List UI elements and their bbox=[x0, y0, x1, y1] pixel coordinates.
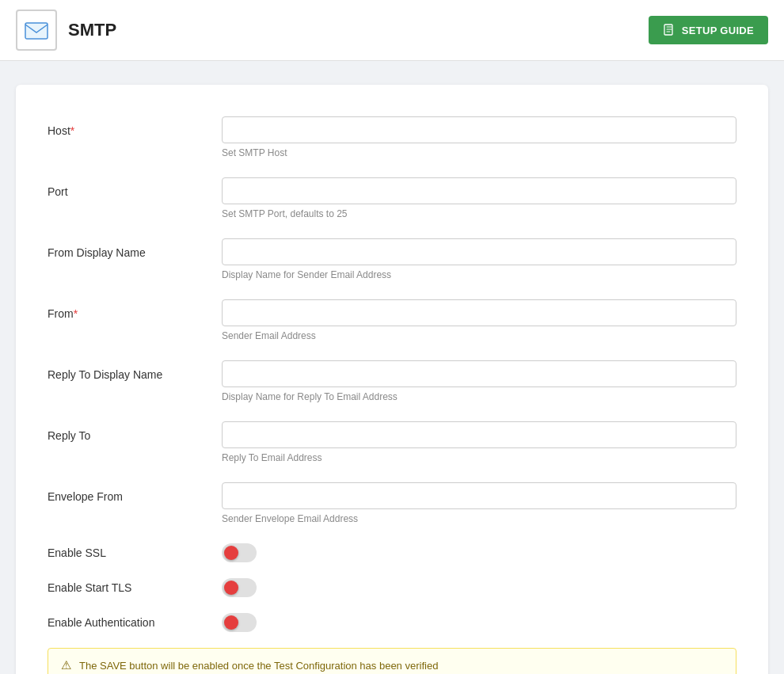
toggle-label-enable_authentication: Enable Authentication bbox=[48, 616, 222, 629]
label-from_display_name: From Display Name bbox=[48, 238, 222, 259]
label-port: Port bbox=[48, 177, 222, 198]
required-indicator-from: * bbox=[74, 307, 78, 320]
setup-guide-button[interactable]: SETUP GUIDE bbox=[649, 16, 768, 44]
input-from_display_name[interactable] bbox=[222, 238, 736, 265]
form-fields: Host*Set SMTP HostPortSet SMTP Port, def… bbox=[48, 116, 736, 524]
form-row-envelope_from: Envelope FromSender Envelope Email Addre… bbox=[48, 482, 736, 524]
label-reply_to: Reply To bbox=[48, 421, 222, 442]
input-reply_to_display_name[interactable] bbox=[222, 360, 736, 387]
hint-host: Set SMTP Host bbox=[222, 147, 736, 158]
warning-icon: ⚠ bbox=[61, 658, 71, 672]
field-wrap-reply_to_display_name: Display Name for Reply To Email Address bbox=[222, 360, 736, 402]
input-host[interactable] bbox=[222, 116, 736, 143]
input-envelope_from[interactable] bbox=[222, 482, 736, 509]
toggle-label-enable_ssl: Enable SSL bbox=[48, 546, 222, 559]
form-row-port: PortSet SMTP Port, defaults to 25 bbox=[48, 177, 736, 219]
field-wrap-from: Sender Email Address bbox=[222, 299, 736, 341]
label-host: Host* bbox=[48, 116, 222, 137]
page-title: SMTP bbox=[68, 20, 116, 40]
book-icon bbox=[663, 24, 676, 36]
input-port[interactable] bbox=[222, 177, 736, 204]
warning-message: The SAVE button will be enabled once the… bbox=[79, 660, 438, 672]
hint-reply_to: Reply To Email Address bbox=[222, 452, 736, 463]
label-envelope_from: Envelope From bbox=[48, 482, 222, 503]
toggle-thumb-enable_authentication bbox=[224, 615, 238, 630]
svg-rect-0 bbox=[25, 23, 48, 39]
smtp-logo bbox=[16, 10, 57, 51]
hint-from_display_name: Display Name for Sender Email Address bbox=[222, 269, 736, 280]
hint-reply_to_display_name: Display Name for Reply To Email Address bbox=[222, 391, 736, 402]
form-row-from: From*Sender Email Address bbox=[48, 299, 736, 341]
hint-envelope_from: Sender Envelope Email Address bbox=[222, 513, 736, 524]
field-wrap-port: Set SMTP Port, defaults to 25 bbox=[222, 177, 736, 219]
hint-from: Sender Email Address bbox=[222, 330, 736, 341]
input-reply_to[interactable] bbox=[222, 421, 736, 448]
smtp-form-card: Host*Set SMTP HostPortSet SMTP Port, def… bbox=[16, 85, 768, 674]
form-row-from_display_name: From Display NameDisplay Name for Sender… bbox=[48, 238, 736, 280]
toggle-thumb-enable_start_tls bbox=[224, 581, 238, 595]
toggle-switch-enable_start_tls[interactable] bbox=[222, 578, 257, 597]
form-row-reply_to_display_name: Reply To Display NameDisplay Name for Re… bbox=[48, 360, 736, 402]
header: SMTP SETUP GUIDE bbox=[0, 0, 784, 61]
hint-port: Set SMTP Port, defaults to 25 bbox=[222, 208, 736, 219]
toggle-fields: Enable SSLEnable Start TLSEnable Authent… bbox=[48, 543, 736, 632]
field-wrap-reply_to: Reply To Email Address bbox=[222, 421, 736, 463]
form-row-reply_to: Reply ToReply To Email Address bbox=[48, 421, 736, 463]
label-from: From* bbox=[48, 299, 222, 320]
label-reply_to_display_name: Reply To Display Name bbox=[48, 360, 222, 381]
header-left: SMTP bbox=[16, 10, 116, 51]
toggle-thumb-enable_ssl bbox=[224, 546, 238, 560]
warning-banner: ⚠ The SAVE button will be enabled once t… bbox=[48, 648, 736, 674]
main-content: Host*Set SMTP HostPortSet SMTP Port, def… bbox=[0, 61, 784, 674]
toggle-row-enable_start_tls: Enable Start TLS bbox=[48, 578, 736, 597]
form-row-host: Host*Set SMTP Host bbox=[48, 116, 736, 158]
toggle-row-enable_ssl: Enable SSL bbox=[48, 543, 736, 562]
toggle-switch-enable_authentication[interactable] bbox=[222, 613, 257, 632]
toggle-row-enable_authentication: Enable Authentication bbox=[48, 613, 736, 632]
toggle-label-enable_start_tls: Enable Start TLS bbox=[48, 581, 222, 594]
field-wrap-host: Set SMTP Host bbox=[222, 116, 736, 158]
input-from[interactable] bbox=[222, 299, 736, 326]
field-wrap-from_display_name: Display Name for Sender Email Address bbox=[222, 238, 736, 280]
required-indicator-host: * bbox=[70, 124, 74, 137]
toggle-switch-enable_ssl[interactable] bbox=[222, 543, 257, 562]
field-wrap-envelope_from: Sender Envelope Email Address bbox=[222, 482, 736, 524]
